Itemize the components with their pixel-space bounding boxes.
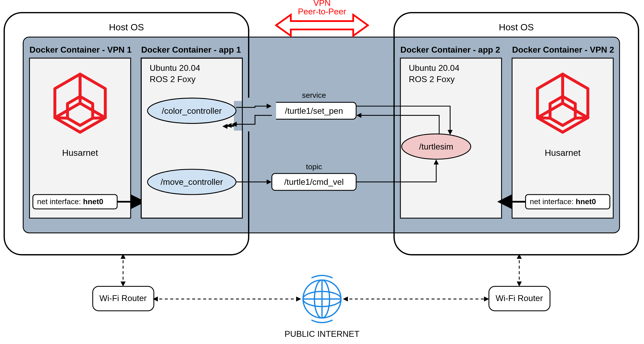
- app2-ros-label: ROS 2 Foxy: [409, 74, 455, 84]
- service-box-label: /turtle1/set_pen: [285, 106, 343, 116]
- topic-label: topic: [306, 162, 322, 171]
- container-vpn1-title: Docker Container - VPN 1: [30, 45, 132, 54]
- svg-line-6: [93, 118, 105, 118]
- svg-line-8: [537, 118, 550, 118]
- host-os-right-label: Host OS: [499, 22, 534, 32]
- wifi-router-right-label: Wi-Fi Router: [496, 293, 543, 303]
- svg-line-9: [575, 118, 588, 118]
- svg-text:/color_controller: /color_controller: [162, 106, 222, 116]
- container-app2-title: Docker Container - app 2: [400, 45, 500, 54]
- app1-os-label: Ubuntu 20.04: [150, 63, 200, 73]
- svg-line-5: [55, 118, 68, 118]
- move-controller-label: /move_controller: [161, 177, 223, 187]
- net-interface-left-label: net interface: hnet0: [37, 197, 103, 206]
- vpn-label-2: Peer-to-Peer: [298, 7, 346, 16]
- topic-box-label: /turtle1/cmd_vel: [284, 177, 344, 187]
- husarnet-left-label: Husarnet: [62, 148, 98, 158]
- public-internet-label: PUBLIC INTERNET: [285, 329, 360, 339]
- container-vpn2-title: Docker Container - VPN 2: [512, 45, 614, 54]
- turtlesim-label: /turtlesim: [419, 142, 454, 151]
- app1-ros-label: ROS 2 Foxy: [150, 74, 196, 84]
- app2-os-label: Ubuntu 20.04: [409, 63, 460, 73]
- service-label: service: [302, 91, 326, 99]
- net-interface-right-label: net interface: hnet0: [530, 197, 596, 206]
- wifi-router-left-label: Wi-Fi Router: [100, 293, 147, 303]
- host-os-left-label: Host OS: [109, 22, 144, 32]
- husarnet-right-label: Husarnet: [545, 148, 581, 158]
- container-app1-title: Docker Container - app 1: [141, 45, 241, 54]
